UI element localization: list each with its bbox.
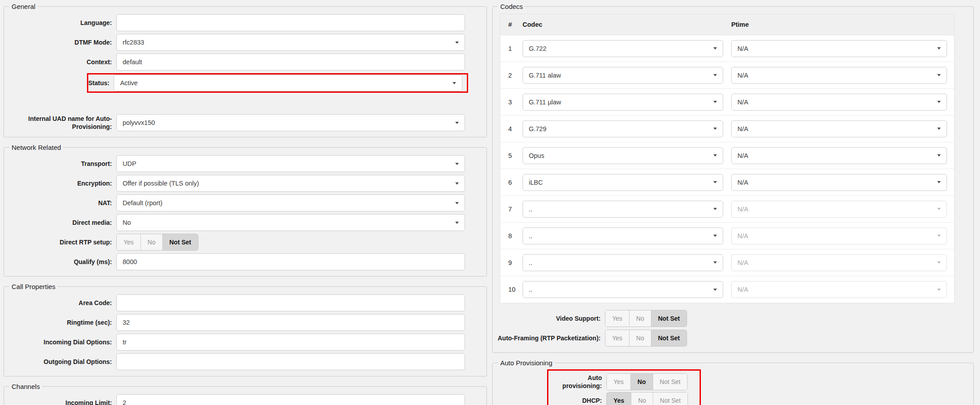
ptime-9-select: N/A	[731, 254, 947, 271]
auto-provisioning-notset-button[interactable]: Not Set	[653, 374, 688, 390]
ptime-2-select[interactable]: N/A	[731, 67, 947, 84]
video-support-row: Video Support: Yes No Not Set	[493, 309, 973, 328]
codecs-header-ptime: Ptime	[731, 21, 954, 28]
right-column: Codecs # Codec Ptime 1 G.722 N/A 2 G.711…	[492, 3, 974, 405]
context-input[interactable]	[116, 54, 465, 70]
codec-9-select[interactable]: ..	[523, 254, 723, 271]
language-input[interactable]	[116, 14, 465, 31]
chevron-down-icon	[455, 182, 459, 185]
ptime-5-select[interactable]: N/A	[731, 147, 947, 164]
auto-framing-notset-button[interactable]: Not Set	[651, 330, 687, 346]
codec-8-select[interactable]: ..	[523, 227, 723, 244]
ptime-1-select[interactable]: N/A	[731, 40, 947, 57]
codec-7-select[interactable]: ..	[523, 201, 723, 218]
auto-framing-yes-button[interactable]: Yes	[605, 330, 630, 346]
incoming-dial-options-input[interactable]	[116, 334, 465, 351]
direct-rtp-setup-row: Direct RTP setup: Yes No Not Set	[4, 232, 486, 252]
incoming-dial-options-row: Incoming Dial Options:	[4, 332, 486, 352]
ptime-1-value: N/A	[737, 45, 748, 52]
codec-3-select[interactable]: G.711 µlaw	[523, 94, 723, 111]
transport-select[interactable]: UDP	[116, 155, 465, 172]
dhcp-row: DHCP: Yes No Not Set	[548, 391, 688, 405]
chevron-down-icon	[713, 154, 717, 157]
codecs-toggle-rows: Video Support: Yes No Not Set Auto-Frami…	[493, 309, 973, 348]
codec-row-10: 10 .. N/A	[500, 276, 954, 303]
uad-name-select[interactable]: polyvvx150	[116, 114, 465, 131]
ringtime-input[interactable]	[116, 314, 465, 331]
qualify-label: Qualify (ms):	[4, 258, 116, 266]
uad-name-label: Internal UAD name for Auto-Provisioning:	[4, 115, 116, 131]
codec-2-select[interactable]: G.711 alaw	[523, 67, 723, 84]
direct-media-select[interactable]: No	[116, 214, 465, 231]
codec-4-select[interactable]: G.729	[523, 120, 723, 137]
nat-select[interactable]: Default (rport)	[116, 194, 465, 211]
dhcp-yes-button[interactable]: Yes	[607, 393, 631, 405]
dhcp-notset-button[interactable]: Not Set	[653, 393, 688, 405]
direct-rtp-setup-notset-button[interactable]: Not Set	[163, 234, 198, 250]
transport-row: Transport: UDP	[4, 154, 486, 174]
ptime-6-value: N/A	[737, 179, 748, 186]
video-support-no-button[interactable]: No	[630, 310, 651, 326]
auto-provisioning-label: Auto provisioning:	[548, 374, 606, 390]
encryption-select[interactable]: Offer if possible (TLS only)	[116, 175, 465, 192]
codec-row-6: 6 iLBC N/A	[500, 169, 954, 196]
ptime-3-select[interactable]: N/A	[731, 94, 947, 111]
status-select[interactable]: Active	[114, 74, 462, 91]
chevron-down-icon	[453, 82, 456, 84]
codecs-table-header: # Codec Ptime	[500, 14, 954, 35]
codec-row-number: 5	[500, 152, 523, 159]
chevron-down-icon	[937, 235, 941, 237]
video-support-yes-button[interactable]: Yes	[605, 310, 630, 326]
context-label: Context:	[4, 58, 116, 66]
auto-framing-row: Auto-Framing (RTP Packetization): Yes No…	[493, 328, 973, 348]
incoming-limit-label: Incoming Limit:	[4, 399, 116, 405]
codec-row-number: 8	[500, 232, 523, 240]
dhcp-label: DHCP:	[548, 397, 606, 405]
dtmf-mode-row: DTMF Mode: rfc2833	[4, 33, 486, 52]
direct-rtp-setup-toggle: Yes No Not Set	[116, 234, 198, 251]
codec-row-5: 5 Opus N/A	[500, 142, 954, 169]
incoming-dial-options-label: Incoming Dial Options:	[4, 338, 116, 346]
codec-6-select[interactable]: iLBC	[523, 174, 723, 191]
dhcp-no-button[interactable]: No	[631, 393, 653, 405]
auto-provisioning-section-title: Auto Provisioning	[498, 359, 555, 367]
incoming-limit-input[interactable]	[116, 394, 465, 405]
auto-provisioning-no-button[interactable]: No	[631, 374, 653, 390]
dtmf-mode-select[interactable]: rfc2833	[116, 34, 465, 51]
codec-1-select[interactable]: G.722	[523, 40, 723, 57]
codec-row-7: 7 .. N/A	[500, 196, 954, 223]
ptime-9-value: N/A	[737, 259, 748, 266]
chevron-down-icon	[937, 74, 941, 76]
codec-row-number: 10	[500, 286, 523, 293]
codec-row-9: 9 .. N/A	[500, 249, 954, 276]
auto-framing-no-button[interactable]: No	[630, 330, 651, 346]
codec-5-select[interactable]: Opus	[523, 147, 723, 164]
direct-rtp-setup-yes-button[interactable]: Yes	[117, 234, 141, 250]
area-code-label: Area Code:	[4, 299, 116, 307]
qualify-row: Qualify (ms):	[4, 252, 486, 272]
chevron-down-icon	[713, 261, 717, 264]
chevron-down-icon	[713, 235, 717, 237]
ptime-4-select[interactable]: N/A	[731, 120, 947, 137]
qualify-input[interactable]	[116, 253, 465, 270]
direct-rtp-setup-no-button[interactable]: No	[141, 234, 163, 250]
nat-row: NAT: Default (rport)	[4, 193, 486, 213]
auto-provisioning-yes-button[interactable]: Yes	[607, 374, 631, 390]
call-properties-section: Call Properties Area Code: Ringtime (sec…	[4, 283, 487, 376]
ptime-8-select: N/A	[731, 227, 947, 244]
codec-8-value: ..	[529, 232, 532, 240]
codec-row-number: 3	[500, 99, 523, 106]
dhcp-toggle: Yes No Not Set	[606, 392, 688, 405]
transport-value: UDP	[123, 160, 136, 167]
dtmf-mode-value: rfc2833	[123, 39, 144, 46]
codec-row-number: 1	[500, 45, 523, 52]
area-code-input[interactable]	[116, 294, 465, 311]
codec-10-select[interactable]: ..	[523, 281, 723, 298]
direct-media-row: Direct media: No	[4, 213, 486, 232]
codec-2-value: G.711 alaw	[529, 72, 561, 79]
ptime-6-select[interactable]: N/A	[731, 174, 947, 191]
codec-5-value: Opus	[529, 152, 544, 159]
outgoing-dial-options-input[interactable]	[116, 353, 465, 370]
video-support-notset-button[interactable]: Not Set	[651, 310, 687, 326]
general-section: General Language: DTMF Mode: rfc2833 Con…	[4, 3, 487, 137]
